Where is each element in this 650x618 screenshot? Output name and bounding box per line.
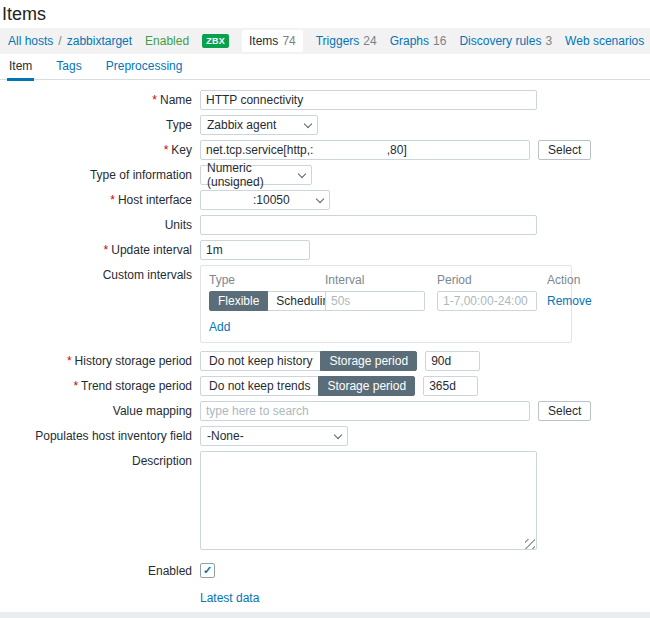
custom-intervals-label: Custom intervals bbox=[0, 265, 200, 285]
enabled-row: Enabled ✓ bbox=[0, 561, 650, 581]
inventory-select[interactable]: -None- bbox=[200, 426, 348, 446]
breadcrumb-all-hosts[interactable]: All hosts bbox=[8, 34, 53, 48]
update-interval-label: *Update interval bbox=[0, 240, 200, 260]
zbx-availability-badge: ZBX bbox=[202, 34, 229, 48]
description-label: Description bbox=[0, 451, 200, 471]
col-header-type: Type bbox=[209, 271, 325, 289]
page-bottom-strip bbox=[0, 612, 650, 618]
history-period-input[interactable] bbox=[425, 351, 480, 371]
do-not-keep-history-option[interactable]: Do not keep history bbox=[200, 351, 321, 371]
key-input[interactable] bbox=[200, 140, 530, 160]
host-status-enabled: Enabled bbox=[145, 34, 189, 48]
nav-triggers-tab[interactable]: Triggers 24 bbox=[316, 34, 377, 48]
value-mapping-select-button[interactable]: Select bbox=[538, 401, 591, 421]
key-row: *Key Select bbox=[0, 140, 650, 160]
flexible-option[interactable]: Flexible bbox=[209, 291, 268, 311]
nav-items-label: Items bbox=[249, 34, 278, 48]
description-row: Description bbox=[0, 451, 650, 553]
interval-input[interactable] bbox=[325, 291, 425, 311]
type-label: Type bbox=[0, 115, 200, 135]
host-interface-label: *Host interface bbox=[0, 190, 200, 210]
tab-preprocessing[interactable]: Preprocessing bbox=[106, 54, 183, 80]
value-mapping-label: Value mapping bbox=[0, 401, 200, 421]
breadcrumb: All hosts / zabbixtarget bbox=[8, 34, 132, 48]
nav-items-count: 74 bbox=[282, 34, 295, 48]
custom-intervals-row: Custom intervals Type Interval Period Ac… bbox=[0, 265, 650, 343]
host-interface-select[interactable]: :10050 bbox=[200, 190, 330, 210]
interval-type-segmented: Flexible Scheduling bbox=[209, 291, 325, 311]
nav-discovery-rules-tab[interactable]: Discovery rules 3 bbox=[459, 34, 552, 48]
nav-web-scenarios-tab[interactable]: Web scenarios bbox=[565, 34, 644, 48]
units-row: Units bbox=[0, 215, 650, 235]
latest-data-row: Latest data bbox=[0, 591, 650, 605]
units-input[interactable] bbox=[200, 215, 537, 235]
custom-interval-row: Flexible Scheduling Remove bbox=[209, 291, 563, 311]
check-icon: ✓ bbox=[203, 565, 212, 576]
col-header-action: Action bbox=[547, 271, 580, 289]
history-storage-segmented: Do not keep history Storage period bbox=[200, 351, 417, 371]
update-interval-row: *Update interval bbox=[0, 240, 650, 260]
nav-items-tab[interactable]: Items 74 bbox=[242, 30, 303, 52]
name-input[interactable] bbox=[200, 90, 537, 110]
value-mapping-row: Value mapping Select bbox=[0, 401, 650, 421]
add-interval-link[interactable]: Add bbox=[209, 320, 230, 334]
type-of-information-row: Type of information Numeric (unsigned) bbox=[0, 165, 650, 185]
item-form-tabs: Item Tags Preprocessing bbox=[0, 54, 650, 80]
remove-interval-link[interactable]: Remove bbox=[547, 294, 592, 308]
latest-data-link[interactable]: Latest data bbox=[200, 591, 259, 605]
chevron-down-icon bbox=[316, 194, 324, 202]
page-title: Items bbox=[0, 0, 650, 28]
history-storage-label: *History storage period bbox=[0, 351, 200, 371]
enabled-checkbox[interactable]: ✓ bbox=[200, 563, 215, 578]
period-input[interactable] bbox=[437, 291, 537, 311]
key-label: *Key bbox=[0, 140, 200, 160]
trend-storage-row: *Trend storage period Do not keep trends… bbox=[0, 376, 650, 396]
value-mapping-input[interactable] bbox=[200, 401, 530, 421]
nav-graphs-tab[interactable]: Graphs 16 bbox=[390, 34, 447, 48]
chevron-down-icon bbox=[334, 430, 342, 438]
type-of-information-label: Type of information bbox=[0, 165, 200, 185]
inventory-row: Populates host inventory field -None- bbox=[0, 426, 650, 446]
trend-storage-segmented: Do not keep trends Storage period bbox=[200, 376, 415, 396]
units-label: Units bbox=[0, 215, 200, 235]
type-select[interactable]: Zabbix agent bbox=[200, 115, 318, 135]
col-header-period: Period bbox=[437, 271, 537, 289]
host-interface-row: *Host interface :10050 bbox=[0, 190, 650, 210]
chevron-down-icon bbox=[304, 119, 312, 127]
trend-storage-period-option[interactable]: Storage period bbox=[318, 376, 415, 396]
inventory-label: Populates host inventory field bbox=[0, 426, 200, 446]
col-header-interval: Interval bbox=[325, 271, 429, 289]
tab-item[interactable]: Item bbox=[9, 54, 32, 80]
trend-storage-label: *Trend storage period bbox=[0, 376, 200, 396]
item-form: *Name Type Zabbix agent *Key Select Type… bbox=[0, 80, 650, 618]
type-select-value: Zabbix agent bbox=[207, 118, 276, 132]
host-navigation-bar: All hosts / zabbixtarget Enabled ZBX Ite… bbox=[0, 28, 650, 54]
custom-intervals-table: Type Interval Period Action Flexible Sch… bbox=[200, 265, 572, 343]
type-row: Type Zabbix agent bbox=[0, 115, 650, 135]
key-select-button[interactable]: Select bbox=[538, 140, 591, 160]
history-storage-row: *History storage period Do not keep hist… bbox=[0, 351, 650, 371]
update-interval-input[interactable] bbox=[200, 240, 310, 260]
description-textarea[interactable] bbox=[200, 451, 537, 550]
type-of-information-select[interactable]: Numeric (unsigned) bbox=[200, 165, 312, 185]
history-storage-period-option[interactable]: Storage period bbox=[320, 351, 417, 371]
chevron-down-icon bbox=[298, 169, 306, 177]
breadcrumb-host[interactable]: zabbixtarget bbox=[67, 34, 132, 48]
breadcrumb-separator: / bbox=[58, 34, 61, 48]
tab-tags[interactable]: Tags bbox=[56, 54, 81, 80]
name-row: *Name bbox=[0, 90, 650, 110]
trend-period-input[interactable] bbox=[423, 376, 478, 396]
name-label: *Name bbox=[0, 90, 200, 110]
do-not-keep-trends-option[interactable]: Do not keep trends bbox=[200, 376, 319, 396]
enabled-label: Enabled bbox=[0, 561, 200, 581]
